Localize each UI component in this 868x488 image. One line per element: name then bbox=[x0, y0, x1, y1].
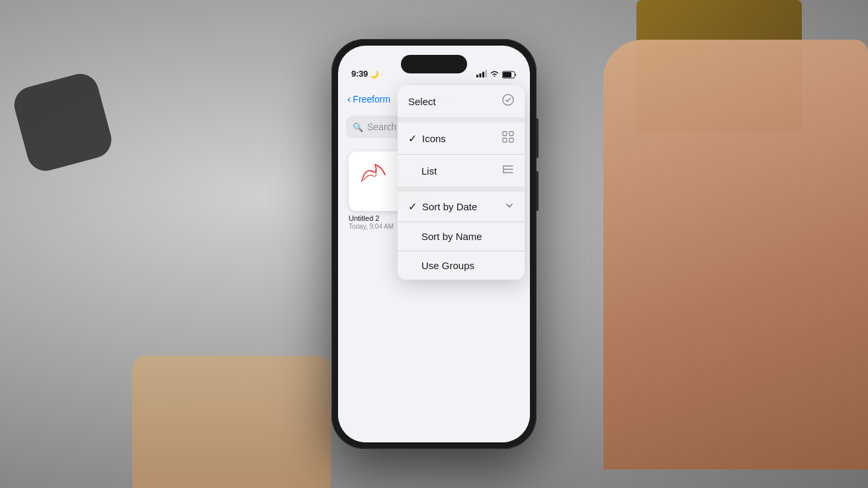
menu-item-list[interactable]: List bbox=[398, 154, 525, 186]
svg-rect-12 bbox=[509, 132, 513, 136]
phone-screen: 9:39 🌙 bbox=[338, 46, 530, 442]
status-moon: 🌙 bbox=[370, 70, 379, 79]
back-label: Freeform bbox=[353, 94, 390, 104]
svg-rect-11 bbox=[503, 132, 507, 136]
back-button[interactable]: ‹ Freeform bbox=[347, 93, 390, 105]
svg-rect-0 bbox=[476, 75, 478, 77]
search-placeholder: Search bbox=[367, 122, 396, 132]
menu-item-sort-name[interactable]: Sort by Name bbox=[398, 222, 525, 251]
back-chevron-icon: ‹ bbox=[347, 93, 351, 105]
sketch-drawing bbox=[359, 161, 395, 188]
search-icon: 🔍 bbox=[353, 122, 363, 132]
menu-item-select-label: Select bbox=[408, 96, 502, 107]
svg-rect-3 bbox=[486, 70, 488, 77]
menu-item-sort-name-label: Sort by Name bbox=[421, 231, 514, 242]
scene: 9:39 🌙 bbox=[0, 0, 868, 488]
wifi-icon bbox=[490, 70, 499, 79]
menu-item-sort-date-label: Sort by Date bbox=[422, 201, 505, 212]
svg-point-10 bbox=[503, 95, 513, 105]
svg-rect-5 bbox=[503, 72, 511, 77]
sort-date-chevron bbox=[505, 201, 514, 212]
sort-date-checkmark: ✓ bbox=[408, 200, 417, 213]
dropdown-menu: Select ✓ Icons bbox=[398, 85, 525, 280]
hand-right bbox=[603, 40, 868, 469]
phone: 9:39 🌙 bbox=[331, 39, 537, 449]
select-icon bbox=[502, 94, 514, 108]
menu-item-sort-date[interactable]: ✓ Sort by Date bbox=[398, 192, 525, 222]
background-decoration-left bbox=[10, 69, 115, 175]
dynamic-island bbox=[401, 55, 467, 73]
menu-item-select[interactable]: Select bbox=[398, 85, 525, 117]
svg-rect-1 bbox=[480, 73, 482, 77]
status-icons bbox=[476, 70, 517, 79]
menu-item-icons[interactable]: ✓ Icons bbox=[398, 122, 525, 154]
list-icon bbox=[502, 163, 514, 178]
svg-rect-13 bbox=[503, 138, 507, 142]
battery-icon bbox=[502, 71, 517, 79]
menu-item-use-groups[interactable]: Use Groups bbox=[398, 251, 525, 280]
menu-divider-2 bbox=[398, 186, 525, 192]
grid-icon bbox=[502, 131, 514, 145]
menu-divider-1 bbox=[398, 117, 525, 122]
signal-icon bbox=[476, 70, 487, 79]
status-time: 9:39 bbox=[351, 69, 368, 79]
icons-checkmark: ✓ bbox=[408, 132, 417, 145]
hand-left bbox=[132, 356, 331, 488]
menu-item-list-label: List bbox=[421, 165, 502, 177]
menu-item-icons-label: Icons bbox=[422, 133, 502, 144]
svg-rect-14 bbox=[509, 138, 513, 142]
menu-item-use-groups-label: Use Groups bbox=[421, 260, 514, 271]
svg-rect-2 bbox=[482, 72, 484, 78]
